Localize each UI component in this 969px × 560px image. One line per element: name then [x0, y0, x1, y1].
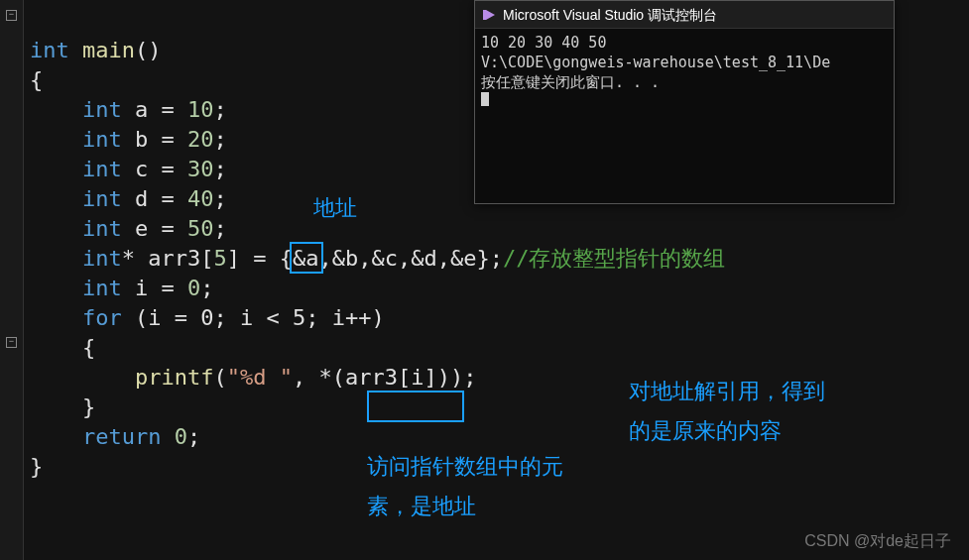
num: 5 [213, 246, 226, 271]
note-access-line2: 素，是地址 [367, 492, 476, 521]
num: 40 [187, 186, 214, 211]
gutter [0, 0, 24, 560]
for-cond: (i = 0; i < 5; i++) [135, 305, 385, 330]
console-titlebar[interactable]: Microsoft Visual Studio 调试控制台 [475, 1, 894, 29]
fn-printf: printf [135, 365, 213, 390]
var-d: d [135, 186, 148, 211]
kw-int: int [82, 276, 122, 300]
debug-console-window[interactable]: Microsoft Visual Studio 调试控制台 10 20 30 4… [474, 0, 895, 204]
note-deref-line1: 对地址解引用，得到 [629, 377, 825, 406]
num: 0 [187, 276, 200, 300]
var-arr3: arr3 [148, 246, 200, 271]
kw-int: int [82, 157, 122, 181]
note-address: 地址 [313, 193, 357, 223]
fold-icon[interactable] [6, 10, 17, 21]
kw-int: int [82, 186, 122, 211]
parens: () [135, 38, 162, 62]
watermark: CSDN @对de起日子 [804, 531, 951, 552]
kw-int: int [82, 97, 122, 122]
var-c: c [135, 157, 148, 181]
num: 10 [187, 97, 214, 122]
kw-int: int [30, 38, 69, 62]
console-title-text: Microsoft Visual Studio 调试控制台 [503, 1, 717, 29]
kw-return: return [82, 424, 161, 449]
console-cursor [481, 92, 489, 106]
console-line: V:\CODE\gongweis-warehouse\test_8_11\De [481, 54, 830, 71]
console-line: 10 20 30 40 50 [481, 34, 606, 52]
var-i: i [135, 276, 148, 300]
expr-arr3: arr3 [345, 365, 398, 390]
arr-initializer: &a,&b,&c,&d,&e [293, 246, 476, 271]
brace: { [30, 67, 43, 92]
comment: //存放整型指针的数组 [503, 246, 726, 271]
fold-icon[interactable] [6, 337, 17, 348]
kw-int: int [82, 216, 122, 241]
console-line: 按任意键关闭此窗口. . . [481, 73, 660, 91]
brace: { [82, 335, 95, 360]
var-a: a [135, 97, 148, 122]
num: 30 [187, 157, 214, 181]
num: 50 [187, 216, 214, 241]
note-deref-line2: 的是原来的内容 [629, 416, 782, 446]
fn-main: main [82, 38, 135, 62]
svg-marker-0 [483, 10, 495, 20]
kw-int: int [82, 246, 122, 271]
deref-star: * [318, 365, 331, 390]
fmt-string: "%d " [227, 365, 293, 390]
var-b: b [135, 127, 148, 152]
kw-int: int [82, 127, 122, 152]
console-output[interactable]: 10 20 30 40 50 V:\CODE\gongweis-warehous… [475, 29, 894, 116]
brace: } [82, 394, 95, 419]
note-access-line1: 访问指针数组中的元 [367, 452, 563, 482]
kw-for: for [82, 305, 122, 330]
expr-i: i [411, 365, 424, 390]
vs-icon [481, 7, 497, 23]
num: 20 [187, 127, 214, 152]
brace: } [30, 454, 43, 479]
num: 0 [175, 424, 187, 449]
var-e: e [135, 216, 148, 241]
